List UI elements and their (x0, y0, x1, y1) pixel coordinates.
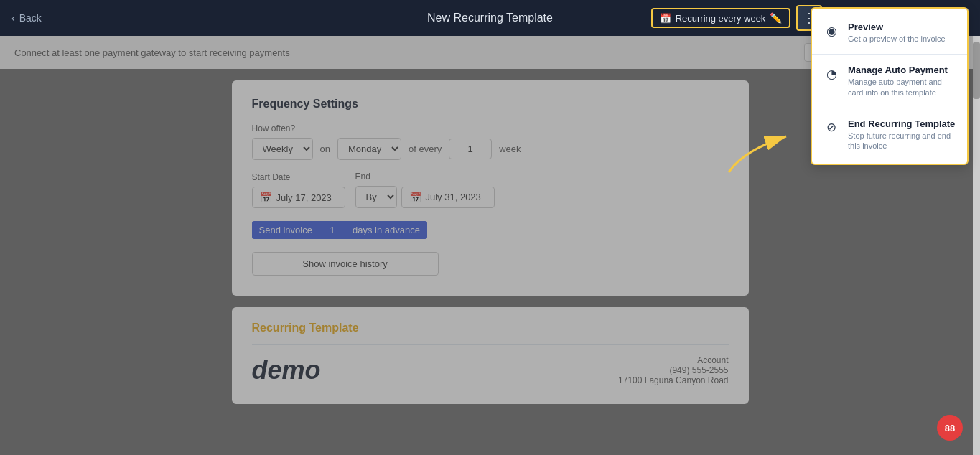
how-often-label: How often? (252, 123, 729, 133)
start-calendar-icon: 📅 (260, 192, 272, 203)
send-days-suffix: days in advance (345, 221, 427, 239)
dropdown-item-manage-auto-payment[interactable]: ◔ Manage Auto Payment Manage auto paymen… (812, 57, 967, 105)
frequency-select[interactable]: Weekly (252, 138, 313, 160)
start-date-input[interactable]: 📅 July 17, 2023 (252, 187, 345, 208)
preview-desc: Get a preview of the invoice (848, 34, 946, 44)
send-invoice-row: Send invoice days in advance (252, 221, 729, 239)
preview-title: Preview (848, 22, 946, 32)
end-by-select[interactable]: By (355, 186, 397, 208)
account-info: Account (949) 555-2555 17100 Laguna Cany… (618, 355, 728, 385)
day-select[interactable]: Monday (337, 138, 401, 160)
scrollbar[interactable] (973, 36, 980, 455)
frequency-settings-title: Frequency Settings (252, 98, 729, 111)
end-recurring-desc: Stop future recurring and end this invoi… (848, 131, 956, 151)
start-date-group: Start Date 📅 July 17, 2023 (252, 172, 345, 208)
back-button[interactable]: ‹ Back (11, 12, 42, 24)
recurring-calendar-icon: 📅 (660, 13, 671, 24)
dates-row: Start Date 📅 July 17, 2023 End By 📅 July… (252, 172, 729, 208)
manage-payment-desc: Manage auto payment and card info on thi… (848, 77, 956, 98)
account-label: Account (618, 355, 728, 365)
recurring-template-card: Recurring Template demo Account (949) 55… (232, 307, 749, 404)
back-arrow-icon: ‹ (11, 12, 15, 24)
dropdown-item-end-recurring[interactable]: ⊘ End Recurring Template Stop future rec… (812, 111, 967, 159)
of-every-label: of every (409, 144, 442, 154)
manage-payment-title: Manage Auto Payment (848, 65, 956, 75)
manage-payment-icon: ◔ (823, 66, 839, 82)
send-invoice-label: Send invoice (252, 221, 319, 239)
end-recurring-title: End Recurring Template (848, 118, 956, 129)
interval-input[interactable] (449, 139, 492, 159)
dropdown-menu: ◉ Preview Get a preview of the invoice ◔… (811, 7, 969, 165)
notice-text: Connect at least one payment gateway to … (14, 47, 290, 58)
start-date-label: Start Date (252, 172, 345, 182)
end-calendar-icon: 📅 (409, 192, 421, 203)
on-label: on (320, 144, 330, 154)
back-label: Back (19, 12, 42, 24)
divider-1 (812, 54, 967, 55)
account-phone: (949) 555-2555 (618, 365, 728, 375)
recurring-label: Recurring every week (676, 13, 766, 24)
frequency-settings-card: Frequency Settings How often? Weekly on … (232, 80, 749, 296)
preview-icon: ◉ (823, 23, 839, 39)
send-days-input[interactable] (319, 221, 345, 239)
end-label: End (355, 172, 495, 182)
rt-divider (252, 344, 729, 345)
page-title: New Recurring Template (427, 11, 553, 24)
chat-badge[interactable]: 88 (937, 415, 963, 441)
account-address: 17100 Laguna Canyon Road (618, 375, 728, 385)
start-date-value: July 17, 2023 (276, 192, 332, 203)
show-invoice-history-button[interactable]: Show invoice history (252, 252, 439, 276)
scrollbar-thumb (973, 42, 980, 99)
recurring-edit-icon[interactable]: ✏️ (770, 12, 782, 24)
end-date-value: July 31, 2023 (426, 192, 481, 202)
recurring-badge: 📅 Recurring every week ✏️ (651, 8, 791, 28)
end-group: End By 📅 July 31, 2023 (355, 172, 495, 208)
week-label: week (499, 144, 521, 154)
frequency-row: Weekly on Monday of every week (252, 138, 729, 160)
divider-2 (812, 108, 967, 108)
end-date-input[interactable]: 📅 July 31, 2023 (401, 187, 495, 208)
recurring-template-title: Recurring Template (252, 322, 729, 334)
demo-logo: demo (252, 355, 321, 385)
dropdown-item-preview[interactable]: ◉ Preview Get a preview of the invoice (812, 14, 967, 51)
end-recurring-icon: ⊘ (823, 120, 839, 136)
